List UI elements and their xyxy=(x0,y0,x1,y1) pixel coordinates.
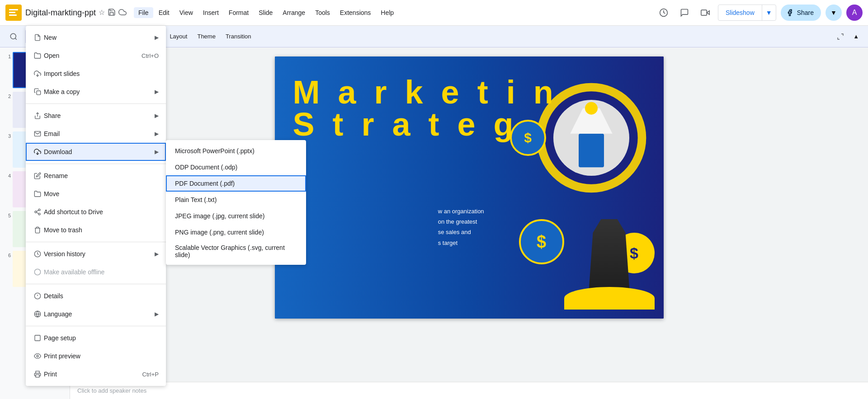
menu-item-version[interactable]: Version history ▶ xyxy=(26,245,166,263)
svg-line-30 xyxy=(37,210,39,211)
move-label: Move xyxy=(44,190,159,197)
star-icon[interactable]: ☆ xyxy=(99,9,105,16)
email-label: Email xyxy=(44,130,155,137)
version-label: Version history xyxy=(44,250,155,258)
share-menu-label: Share xyxy=(44,112,155,119)
download-icon xyxy=(31,148,44,155)
menu-edit[interactable]: Edit xyxy=(154,7,174,18)
email-arrow: ▶ xyxy=(155,131,159,137)
svg-line-29 xyxy=(37,212,39,214)
download-submenu: Microsoft PowerPoint (.pptx) ODP Documen… xyxy=(166,140,306,265)
import-label: Import slides xyxy=(44,70,159,77)
svg-rect-1 xyxy=(9,9,18,10)
rename-icon xyxy=(31,172,44,179)
rename-label: Rename xyxy=(44,172,159,179)
menu-item-page-setup[interactable]: Page setup xyxy=(26,329,166,347)
download-jpg[interactable]: JPEG image (.jpg, current slide) xyxy=(166,208,306,224)
print-shortcut: Ctrl+P xyxy=(142,371,159,378)
menu-item-email[interactable]: Email ▶ xyxy=(26,125,166,143)
menu-insert[interactable]: Insert xyxy=(198,7,223,18)
svg-rect-38 xyxy=(35,335,40,341)
svg-rect-6 xyxy=(701,10,707,15)
menu-slide[interactable]: Slide xyxy=(254,7,277,18)
language-arrow: ▶ xyxy=(155,311,159,317)
menu-arrange[interactable]: Arrange xyxy=(278,7,310,18)
menu-item-copy[interactable]: Make a copy ▶ xyxy=(26,83,166,101)
slideshow-arrow-button[interactable]: ▼ xyxy=(762,5,776,20)
svg-point-39 xyxy=(37,355,38,357)
menu-item-offline[interactable]: Make available offline xyxy=(26,263,166,281)
menu-tools[interactable]: Tools xyxy=(311,7,335,18)
download-svg[interactable]: Scalable Vector Graphics (.svg, current … xyxy=(166,240,306,262)
move-icon xyxy=(31,190,44,197)
menu-item-new[interactable]: New ▶ xyxy=(26,28,166,47)
history-icon[interactable] xyxy=(656,5,672,21)
import-icon xyxy=(31,70,44,77)
menu-help[interactable]: Help xyxy=(376,7,398,18)
doc-title-area: Digital-markting-ppt ☆ xyxy=(25,8,127,18)
svg-rect-3 xyxy=(9,14,17,16)
menu-item-trash[interactable]: Move to trash xyxy=(26,221,166,239)
menu-item-details[interactable]: Details xyxy=(26,287,166,305)
print-icon xyxy=(31,371,44,378)
sep-2 xyxy=(26,164,166,164)
menu-item-download[interactable]: Download ▶ Microsoft PowerPoint (.pptx) … xyxy=(26,143,166,161)
app-icon xyxy=(5,5,22,21)
language-icon xyxy=(31,310,44,318)
svg-rect-2 xyxy=(9,12,15,13)
chat-icon[interactable] xyxy=(676,5,693,21)
download-pptx[interactable]: Microsoft PowerPoint (.pptx) xyxy=(166,143,306,159)
share-button[interactable]: Share xyxy=(781,5,821,21)
menu-item-add-shortcut[interactable]: Add shortcut to Drive xyxy=(26,203,166,221)
version-icon xyxy=(31,250,44,258)
menu-item-share[interactable]: Share ▶ xyxy=(26,107,166,125)
cloud-icon[interactable] xyxy=(118,8,127,18)
new-label: New xyxy=(44,34,155,41)
svg-point-27 xyxy=(35,211,37,213)
open-shortcut: Ctrl+O xyxy=(142,52,159,59)
download-pdf[interactable]: PDF Document (.pdf) xyxy=(166,175,306,192)
menu-item-print-preview[interactable]: Print preview xyxy=(26,347,166,365)
copy-arrow: ▶ xyxy=(155,89,159,95)
menu-item-open[interactable]: Open Ctrl+O xyxy=(26,47,166,65)
save-icon[interactable] xyxy=(108,8,116,18)
menu-file[interactable]: File xyxy=(134,7,153,18)
copy-label: Make a copy xyxy=(44,88,155,95)
doc-title[interactable]: Digital-markting-ppt xyxy=(25,8,96,18)
trash-label: Move to trash xyxy=(44,226,159,234)
svg-point-26 xyxy=(38,209,40,211)
email-icon xyxy=(31,130,44,137)
menu-item-language[interactable]: Language ▶ xyxy=(26,305,166,323)
menu-item-move[interactable]: Move xyxy=(26,185,166,203)
svg-rect-23 xyxy=(37,91,41,95)
copy-icon xyxy=(31,88,44,95)
download-label: Download xyxy=(44,148,155,155)
shortcut-label: Add shortcut to Drive xyxy=(44,208,159,216)
share-arrow: ▶ xyxy=(155,113,159,119)
menu-extensions[interactable]: Extensions xyxy=(335,7,375,18)
slideshow-main-button[interactable]: Slideshow xyxy=(718,5,762,20)
print-preview-label: Print preview xyxy=(44,352,159,360)
download-png[interactable]: PNG image (.png, current slide) xyxy=(166,224,306,240)
share-expand-button[interactable]: ▼ xyxy=(826,5,842,21)
new-icon xyxy=(31,34,44,41)
svg-marker-5 xyxy=(707,11,709,14)
svg-point-28 xyxy=(38,213,40,215)
open-label: Open xyxy=(44,52,142,59)
meet-icon[interactable] xyxy=(697,5,713,21)
avatar[interactable]: A xyxy=(846,5,863,21)
menu-item-rename[interactable]: Rename xyxy=(26,167,166,185)
menu-bar: File Edit View Insert Format Slide Arran… xyxy=(134,7,656,18)
menu-format[interactable]: Format xyxy=(224,7,253,18)
top-right: Slideshow ▼ Share ▼ A xyxy=(656,5,863,21)
download-txt[interactable]: Plain Text (.txt) xyxy=(166,192,306,208)
svg-rect-40 xyxy=(36,375,39,377)
download-odp[interactable]: ODP Document (.odp) xyxy=(166,159,306,175)
download-arrow: ▶ xyxy=(155,149,159,155)
file-menu-overlay[interactable]: New ▶ Open Ctrl+O Import slides Make a c… xyxy=(0,26,868,399)
details-label: Details xyxy=(44,292,159,300)
menu-item-print[interactable]: Print Ctrl+P xyxy=(26,365,166,383)
menu-item-import[interactable]: Import slides xyxy=(26,65,166,83)
menu-view[interactable]: View xyxy=(175,7,198,18)
shortcut-icon xyxy=(31,208,44,216)
